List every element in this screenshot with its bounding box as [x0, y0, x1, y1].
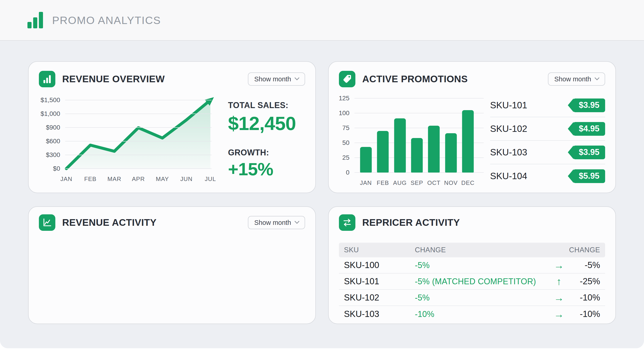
show-month-label: Show month: [254, 75, 291, 83]
change-cell: -5%: [415, 293, 550, 303]
card-head: REPRICER ACTIVITY: [339, 214, 605, 231]
card-revenue-overview: REVENUE OVERVIEW Show month $1,500$1,000…: [28, 61, 316, 193]
tag-icon: [339, 71, 356, 87]
gridline: [65, 114, 212, 114]
price-tag-badge: $3.95: [573, 98, 605, 112]
table-row: SKU-101-5% (MATCHED COMPETITOR)↑-25%: [339, 274, 605, 290]
totals-block: TOTAL SALES: $12,450 GROWTH: +15%: [228, 100, 296, 182]
card-title: REVENUE ACTIVITY: [62, 217, 157, 228]
x-tick-label: AUG: [393, 179, 406, 186]
change-value-cell: -5%: [568, 260, 600, 270]
total-sales-label: TOTAL SALES:: [228, 100, 296, 110]
line-chart-x-axis: JANFEBMARAPRMAYJUNJUL: [65, 169, 212, 182]
sku-row: SKU-103$3.95: [490, 141, 605, 164]
repricer-table-body: SKU-100-5%→-5%SKU-101-5% (MATCHED COMPET…: [339, 257, 605, 322]
table-row: SKU-100-5%→-5%: [339, 257, 605, 274]
card-revenue-activity: REVENUE ACTIVITY Show month: [28, 206, 316, 324]
arrow-right-icon: →: [550, 293, 568, 303]
x-tick-label: OCT: [427, 179, 440, 186]
growth-value: +15%: [228, 159, 296, 180]
line-chart-area: [66, 100, 210, 169]
x-tick-label: JAN: [360, 179, 372, 186]
card-head: REVENUE OVERVIEW Show month: [39, 71, 305, 87]
x-tick-label: SEP: [410, 179, 423, 186]
bar-sep: [411, 138, 422, 173]
x-tick-label: DEC: [461, 179, 474, 186]
show-month-select[interactable]: Show month: [248, 72, 305, 86]
gridline: [65, 127, 212, 128]
x-tick-label: MAY: [156, 175, 169, 183]
chevron-down-icon: [294, 219, 299, 224]
bar-aug: [394, 118, 406, 173]
price-tag-badge: $5.95: [573, 169, 605, 183]
sku-cell: SKU-103: [344, 309, 415, 319]
app-logo-bar-chart-icon: [28, 12, 43, 28]
table-row: SKU-102-5%→-10%: [339, 290, 605, 306]
card-active-promotions: ACTIVE PROMOTIONS Show month 12510075502…: [328, 61, 616, 193]
total-sales-value: $12,450: [228, 112, 296, 135]
sku-cell: SKU-102: [344, 293, 415, 303]
card-repricer-activity: REPRICER ACTIVITY SKUCHANGECHANGE SKU-10…: [328, 206, 616, 324]
sku-cell: SKU-100: [344, 260, 415, 270]
sku-row: SKU-104$5.95: [490, 164, 605, 188]
x-tick-label: FEB: [377, 179, 389, 186]
sku-row: SKU-101$3.95: [490, 94, 605, 117]
sku-cell: SKU-101: [344, 277, 415, 286]
price-tag-badge: $4.95: [573, 122, 605, 136]
card-head: ACTIVE PROMOTIONS Show month: [339, 71, 605, 87]
gridline: [65, 141, 212, 141]
x-tick-label: APR: [132, 175, 145, 183]
line-chart-plot: [65, 100, 212, 169]
show-month-select[interactable]: Show month: [548, 72, 605, 86]
revenue-line-chart: $1,500$1,000$900$600$300$0: [39, 100, 212, 182]
growth-label: GROWTH:: [228, 148, 296, 157]
show-month-label: Show month: [554, 75, 591, 83]
sku-name: SKU-104: [490, 171, 527, 181]
card-title: REPRICER ACTIVITY: [362, 217, 460, 228]
x-tick-label: FEB: [84, 175, 96, 183]
card-head: REVENUE ACTIVITY Show month: [39, 214, 305, 231]
chevron-down-icon: [594, 75, 600, 80]
swap-arrows-icon: [339, 214, 356, 231]
show-month-select[interactable]: Show month: [248, 216, 305, 229]
x-tick-label: NOV: [444, 179, 458, 186]
bar-chart-icon: [39, 71, 55, 87]
show-month-label: Show month: [254, 219, 291, 226]
bar-feb: [377, 131, 389, 173]
change-cell: -10%: [415, 310, 550, 319]
repricer-table-header: SKUCHANGECHANGE: [339, 243, 605, 257]
gridline: [65, 155, 212, 155]
app-title: PROMO ANALYTICS: [52, 14, 161, 26]
card-title: ACTIVE PROMOTIONS: [362, 74, 468, 84]
sku-name: SKU-101: [490, 100, 527, 110]
chevron-down-icon: [294, 75, 299, 80]
sku-row: SKU-102$4.95: [490, 117, 605, 141]
change-value-cell: -25%: [568, 277, 600, 286]
arrow-up-icon: ↑: [550, 277, 568, 287]
table-row: SKU-103-10%→-10%: [339, 306, 605, 322]
bar-nov: [445, 133, 457, 173]
line-chart-icon: [39, 214, 55, 231]
line-chart-y-axis: $1,500$1,000$900$600$300$0: [39, 100, 65, 169]
bar-dec: [462, 110, 474, 173]
change-value-cell: -10%: [568, 293, 600, 303]
change-value-cell: -10%: [568, 309, 600, 319]
active-promotions-body: 1251007550250 JANFEBAUGSEPOCTNOVDEC SKU-…: [339, 98, 605, 188]
column-header: SKU: [344, 246, 415, 254]
change-cell: -5%: [415, 261, 550, 270]
repricer-table: SKUCHANGECHANGE SKU-100-5%→-5%SKU-101-5%…: [339, 243, 605, 322]
price-tag-badge: $3.95: [573, 146, 605, 159]
dashboard-grid: REVENUE OVERVIEW Show month $1,500$1,000…: [0, 41, 644, 324]
sku-name: SKU-103: [490, 147, 527, 157]
x-tick-label: JUL: [205, 175, 216, 183]
x-tick-label: JAN: [60, 175, 72, 183]
bar-chart-plot: [354, 98, 484, 173]
sku-name: SKU-102: [490, 124, 527, 134]
gridline: [65, 100, 212, 100]
column-header: CHANGE: [568, 246, 600, 254]
promotions-bar-chart: 1251007550250 JANFEBAUGSEPOCTNOVDEC: [339, 98, 484, 188]
app-header: PROMO ANALYTICS: [0, 0, 644, 41]
bar-jan: [360, 147, 372, 173]
bar-chart-x-axis: JANFEBAUGSEPOCTNOVDEC: [354, 173, 484, 186]
x-tick-label: JUN: [180, 175, 192, 183]
